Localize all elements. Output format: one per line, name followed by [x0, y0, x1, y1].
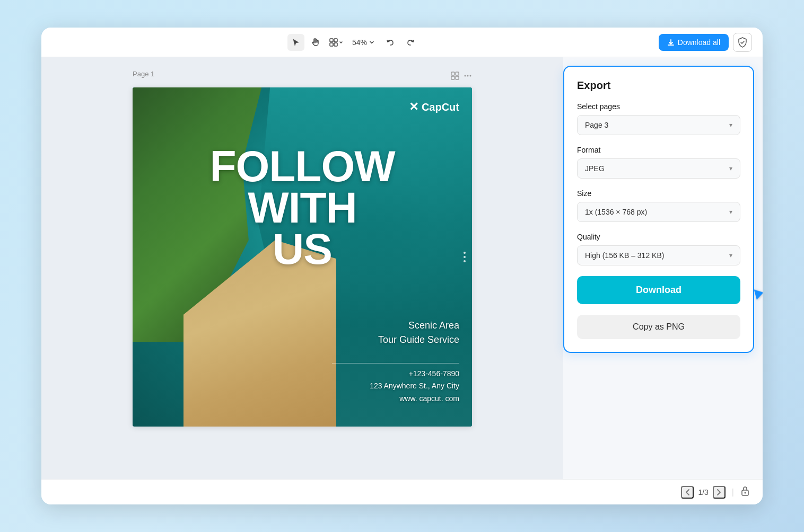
export-panel: Export Select pages Page 3 ▾ Format JPEG…	[563, 66, 754, 353]
svg-rect-1	[334, 39, 337, 42]
headline-line3: US	[209, 228, 395, 270]
nav-divider: |	[732, 487, 734, 497]
svg-rect-4	[451, 72, 455, 75]
toolbar-right: Download all	[659, 33, 752, 52]
select-pages-value: Page 3	[585, 121, 608, 129]
format-dropdown[interactable]: JPEG ▾	[577, 158, 740, 179]
download-all-button[interactable]: Download all	[659, 34, 729, 51]
design-contact-info: +123-456-7890 123 Anywhere St., Any City…	[370, 368, 459, 405]
size-value: 1x (1536 × 768 px)	[585, 208, 647, 216]
size-dropdown[interactable]: 1x (1536 × 768 px) ▾	[577, 202, 740, 222]
headline-line2: WITH	[209, 187, 395, 228]
download-button[interactable]: Download	[577, 276, 740, 304]
svg-point-8	[465, 75, 466, 76]
size-label: Size	[577, 189, 740, 198]
bottom-bar: 1/3 |	[41, 479, 763, 504]
format-chevron-icon: ▾	[729, 165, 732, 172]
quality-value: High (156 KB – 312 KB)	[585, 251, 664, 260]
zoom-level: 54%	[352, 38, 367, 47]
side-dots-menu[interactable]	[464, 252, 466, 262]
size-group: Size 1x (1536 × 768 px) ▾	[577, 189, 740, 222]
shield-button[interactable]	[733, 33, 752, 52]
design-headline: FOLLOW WITH US	[209, 146, 395, 270]
svg-rect-6	[451, 76, 455, 79]
svg-point-12	[745, 492, 746, 494]
capcut-logo-text: CapCut	[422, 101, 459, 113]
subtitle-line1: Scenic Area	[378, 318, 459, 333]
chevron-down-icon: ▾	[729, 121, 732, 129]
phone-text: +123-456-7890	[370, 368, 459, 380]
website-text: www. capcut. com	[370, 393, 459, 405]
quality-group: Quality High (156 KB – 312 KB) ▾	[577, 233, 740, 265]
svg-point-10	[470, 75, 471, 76]
canvas-area: Page 1	[41, 57, 563, 479]
dot-2	[464, 256, 466, 258]
thumbnail-icon	[451, 72, 459, 82]
cursor-arrow-indicator	[754, 287, 763, 299]
design-text-layer: ✕ CapCut FOLLOW WITH US Scenic Area Tour…	[133, 87, 472, 427]
svg-rect-5	[456, 72, 459, 75]
copy-as-png-button[interactable]: Copy as PNG	[577, 315, 740, 339]
quality-dropdown[interactable]: High (156 KB – 312 KB) ▾	[577, 245, 740, 265]
svg-rect-3	[334, 43, 337, 46]
size-chevron-icon: ▾	[729, 208, 732, 216]
layout-tool-button[interactable]	[328, 34, 345, 51]
headline-line1: FOLLOW	[209, 146, 395, 187]
svg-rect-2	[330, 43, 333, 46]
format-value: JPEG	[585, 164, 605, 173]
copy-png-label: Copy as PNG	[633, 322, 685, 331]
svg-rect-7	[456, 76, 459, 79]
select-pages-group: Select pages Page 3 ▾	[577, 102, 740, 135]
toolbar: 54%	[41, 28, 763, 57]
svg-rect-0	[330, 39, 333, 42]
undo-button[interactable]	[382, 34, 399, 51]
svg-point-9	[467, 75, 469, 76]
select-pages-dropdown[interactable]: Page 3 ▾	[577, 115, 740, 135]
format-group: Format JPEG ▾	[577, 146, 740, 179]
page-label: Page 1	[133, 70, 154, 78]
main-content: Page 1	[41, 57, 763, 479]
quality-chevron-icon: ▾	[729, 252, 732, 259]
download-all-label: Download all	[678, 38, 720, 47]
page-navigation: 1/3	[681, 486, 725, 499]
format-label: Format	[577, 146, 740, 154]
page-icons	[451, 72, 472, 82]
app-window: 54%	[41, 28, 763, 504]
lock-icon[interactable]	[740, 485, 750, 499]
next-page-button[interactable]	[713, 486, 726, 499]
design-canvas[interactable]: ✕ CapCut FOLLOW WITH US Scenic Area Tour…	[133, 87, 472, 427]
prev-page-button[interactable]	[681, 486, 694, 499]
toolbar-tools: 54%	[52, 34, 654, 51]
address-text: 123 Anywhere St., Any City	[370, 380, 459, 393]
subtitle-line2: Tour Guide Service	[378, 333, 459, 347]
design-subtitle: Scenic Area Tour Guide Service	[378, 318, 459, 347]
page-indicator: 1/3	[698, 488, 708, 496]
hand-tool-button[interactable]	[308, 34, 325, 51]
dot-3	[464, 260, 466, 262]
pointer-tool-button[interactable]	[287, 34, 304, 51]
bottom-divider	[332, 363, 459, 363]
download-button-label: Download	[636, 285, 681, 295]
select-pages-label: Select pages	[577, 102, 740, 111]
zoom-control-button[interactable]: 54%	[348, 36, 379, 49]
dot-1	[464, 252, 466, 254]
capcut-logo: ✕ CapCut	[409, 100, 459, 114]
more-options-icon[interactable]	[464, 72, 472, 82]
quality-label: Quality	[577, 233, 740, 241]
export-title: Export	[577, 79, 740, 92]
page-label-row: Page 1	[133, 70, 472, 83]
redo-button[interactable]	[402, 34, 419, 51]
capcut-logo-icon: ✕	[409, 100, 418, 114]
